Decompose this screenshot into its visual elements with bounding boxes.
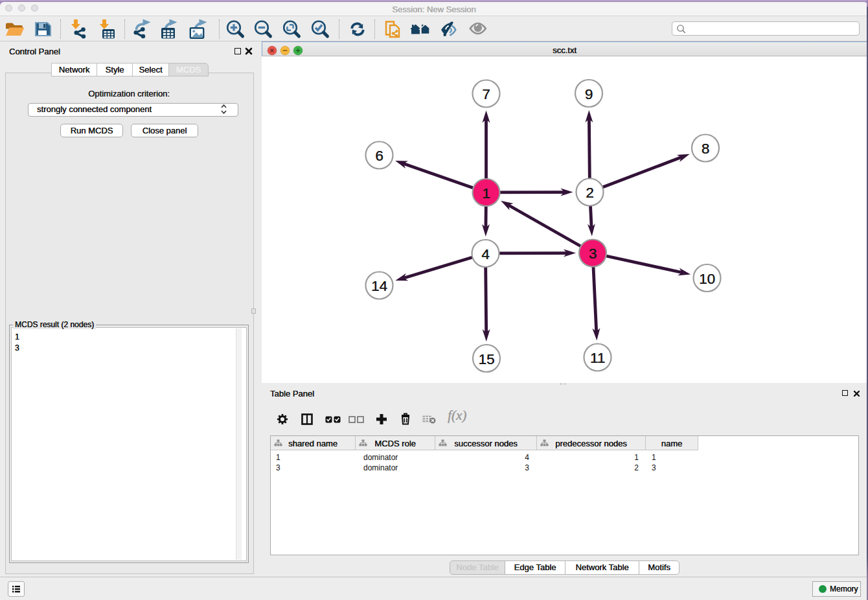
svg-text:2: 2: [586, 185, 594, 201]
svg-text:9: 9: [585, 86, 593, 102]
svg-text:7: 7: [482, 86, 490, 102]
svg-text:1: 1: [482, 185, 490, 202]
svg-text:10: 10: [699, 271, 715, 287]
svg-text:3: 3: [589, 246, 597, 262]
svg-text:15: 15: [478, 351, 494, 367]
svg-text:6: 6: [375, 148, 383, 164]
svg-text:14: 14: [371, 278, 387, 294]
svg-text:11: 11: [590, 350, 605, 366]
svg-text:8: 8: [702, 141, 710, 157]
svg-text:4: 4: [481, 246, 490, 262]
